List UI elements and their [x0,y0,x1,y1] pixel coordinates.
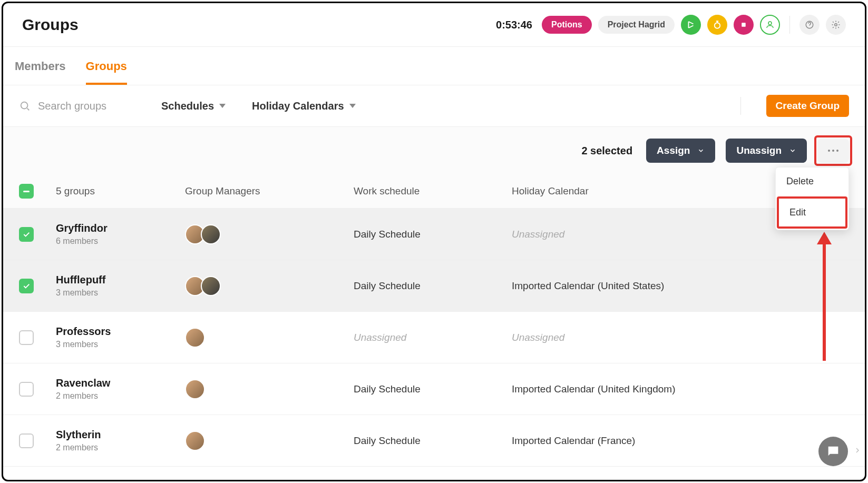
table-row[interactable]: Ravenclaw2 membersDaily ScheduleImported… [3,363,865,415]
unassign-label: Unassign [736,145,782,156]
filter-schedules-label: Schedules [161,100,214,112]
group-members-count: 2 members [56,443,185,452]
project-pill-hagrid[interactable]: Project Hagrid [598,16,675,34]
chevron-down-icon [789,147,796,154]
avatar [185,379,205,399]
chevron-down-icon [219,104,226,108]
help-icon [805,20,814,29]
search-wrap [19,100,145,112]
svg-point-5 [21,102,28,109]
divider [789,16,790,34]
tab-groups[interactable]: Groups [86,47,127,85]
group-name: Slytherin [56,429,185,441]
play-icon [686,20,696,29]
row-checkbox[interactable] [19,382,34,397]
header: Groups 0:53:46 Potions Project Hagrid [3,3,865,47]
select-all-checkbox[interactable] [19,184,34,199]
avatar-stack [185,276,354,296]
table-row[interactable]: Professors3 membersUnassignedUnassigned [3,312,865,363]
pause-timer-button[interactable] [707,15,727,35]
stopwatch-icon [713,20,722,29]
row-checkbox[interactable] [19,433,34,448]
help-button[interactable] [799,15,820,35]
table-row[interactable]: Gryffindor6 membersDaily ScheduleUnassig… [3,209,865,260]
chevron-down-icon [697,147,705,154]
more-icon [828,150,838,152]
row-checkbox[interactable] [19,330,34,345]
group-name: Hufflepuff [56,274,185,286]
work-schedule-value: Daily Schedule [354,229,421,240]
user-badge-button[interactable] [760,15,780,35]
search-input[interactable] [38,100,133,112]
work-schedule-value: Daily Schedule [354,280,421,291]
avatar-stack [185,379,354,399]
holiday-calendar-value: Imported Calendar (United Kingdom) [512,383,676,395]
col-schedule: Work schedule [354,185,512,197]
group-name: Gryffindor [56,222,185,234]
col-groups-count: 5 groups [56,185,185,197]
menu-edit[interactable]: Edit [777,196,847,229]
chevron-down-icon [349,104,356,108]
settings-button[interactable] [826,15,846,35]
table-row[interactable]: Hufflepuff3 membersDaily ScheduleImporte… [3,260,865,312]
avatar-stack [185,224,354,244]
group-members-count: 2 members [56,391,185,401]
assign-label: Assign [657,145,690,156]
filter-schedules[interactable]: Schedules [161,100,226,112]
avatar [185,328,205,348]
nav-chevron[interactable] [853,446,862,457]
avatar [201,224,221,244]
filter-holidays[interactable]: Holiday Calendars [252,100,356,112]
row-checkbox[interactable] [19,227,34,242]
svg-rect-1 [742,23,746,27]
group-members-count: 6 members [56,236,185,246]
avatar [201,276,221,296]
row-checkbox[interactable] [19,279,34,293]
action-bar: 2 selected Assign Unassign Delete Edit [3,127,865,174]
group-members-count: 3 members [56,288,185,298]
selected-count: 2 selected [581,145,632,157]
avatar-stack [185,431,354,451]
svg-point-4 [835,24,837,26]
avatar-stack [185,328,354,348]
holiday-calendar-value: Imported Calendar (United States) [512,280,664,291]
holiday-calendar-value: Unassigned [512,332,564,343]
timer: 0:53:46 [496,19,532,31]
avatar [185,431,205,451]
filter-holidays-label: Holiday Calendars [252,100,344,112]
create-group-button[interactable]: Create Group [766,95,849,117]
chevron-right-icon [853,446,862,455]
toolbar: Schedules Holiday Calendars Create Group [3,85,865,127]
holiday-calendar-value: Unassigned [512,229,564,240]
svg-point-2 [768,22,772,25]
svg-point-0 [715,23,720,28]
table-header: 5 groups Group Managers Work schedule Ho… [3,174,865,209]
table-row[interactable]: Slytherin2 membersDaily ScheduleImported… [3,415,865,467]
menu-delete[interactable]: Delete [776,167,849,195]
assign-button[interactable]: Assign [646,139,715,163]
holiday-calendar-value: Imported Calendar (France) [512,435,635,446]
chat-icon [826,444,841,459]
tabs: Members Groups [3,47,865,85]
chat-button[interactable] [818,437,848,466]
settings-icon [831,20,841,29]
project-pill-potions[interactable]: Potions [542,16,592,34]
unassign-button[interactable]: Unassign [726,139,807,163]
stop-timer-button[interactable] [734,15,754,35]
work-schedule-value: Daily Schedule [354,435,421,446]
header-right: 0:53:46 Potions Project Hagrid [496,15,846,35]
group-members-count: 3 members [56,340,185,349]
start-timer-button[interactable] [681,15,701,35]
group-name: Professors [56,326,185,338]
more-actions-button[interactable] [817,139,849,163]
table-body: Gryffindor6 membersDaily ScheduleUnassig… [3,209,865,467]
stop-icon [739,20,748,29]
col-managers: Group Managers [185,185,354,197]
page-title: Groups [22,16,79,34]
divider [740,97,741,115]
user-icon [765,20,775,29]
work-schedule-value: Unassigned [354,332,406,343]
search-icon [19,100,31,112]
group-name: Ravenclaw [56,377,185,389]
tab-members[interactable]: Members [15,47,66,85]
